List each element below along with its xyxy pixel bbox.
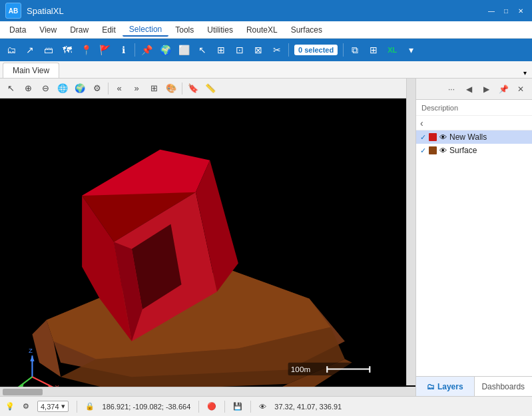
zoom-dropdown[interactable]: 4,374 ▾ <box>37 401 69 412</box>
coordinates-display: 186.921; -109.082; -38.664 <box>103 403 191 411</box>
panel-back-button[interactable]: ◀ <box>461 82 476 97</box>
eye-icon[interactable]: 👁 <box>259 403 266 411</box>
dashboards-tab-label: Dashboards <box>481 382 525 391</box>
toolbar-map2-button[interactable]: 📍 <box>77 41 95 59</box>
menu-utilities[interactable]: Utilities <box>200 24 240 36</box>
svg-text:100m: 100m <box>291 365 310 373</box>
menu-view[interactable]: View <box>33 24 63 36</box>
status-sep-2 <box>198 401 199 413</box>
layer-color-surface <box>429 146 437 154</box>
app-logo: AB <box>5 3 21 19</box>
vp-ruler[interactable]: 📏 <box>202 81 218 97</box>
toolbar-more-button[interactable]: ▾ <box>402 41 419 59</box>
right-panel: ··· ◀ ▶ 📌 ✕ Description ‹ ✓ 👁 New Walls … <box>415 79 532 396</box>
toolbar-polygon-button[interactable]: ⬜ <box>175 41 192 59</box>
save-icon[interactable]: 💾 <box>233 402 242 411</box>
panel-pin-button[interactable]: 📌 <box>496 82 511 97</box>
viewport-scrollbar-horizontal[interactable] <box>0 387 406 396</box>
panel-forward-button[interactable]: ▶ <box>479 82 493 97</box>
view-coords-display: 37.32, 41.07, 336.91 <box>274 403 342 411</box>
vp-zoom-fit[interactable]: ⊕ <box>20 81 36 97</box>
toolbar-table-button[interactable]: ⊞ <box>365 41 382 59</box>
menu-selection[interactable]: Selection <box>123 23 168 37</box>
viewport-scrollbar-vertical[interactable] <box>406 79 415 385</box>
scroll-corner <box>406 387 415 396</box>
main-toolbar: 🗂 ↗ 🗃 🗺 📍 🚩 ℹ 📌 🌍 ⬜ ↖ ⊞ ⊡ ⊠ ✂ 0 selected… <box>0 39 532 61</box>
close-button[interactable]: ✕ <box>515 5 527 17</box>
menu-draw[interactable]: Draw <box>63 24 95 36</box>
tab-layers[interactable]: 🗂 Layers <box>416 377 475 396</box>
status-sep-3 <box>224 401 225 413</box>
vp-select-tool[interactable]: ↖ <box>3 81 19 97</box>
toolbar-excel-button[interactable]: XL <box>384 41 401 59</box>
toolbar-select2-button[interactable]: ⊞ <box>212 41 230 59</box>
info-icon[interactable]: 💡 <box>5 402 15 411</box>
vp-globe-view[interactable]: 🌐 <box>55 81 71 97</box>
toolbar-map-button[interactable]: 🗺 <box>59 41 76 59</box>
panel-back-arrow[interactable]: ‹ <box>416 116 532 130</box>
panel-close-button[interactable]: ✕ <box>513 82 528 97</box>
main-content: ↖ ⊕ ⊖ 🌐 🌍 ⚙ « » ⊞ 🎨 🔖 📏 <box>0 79 532 396</box>
app-title: SpatialXL <box>27 6 485 16</box>
tab-main-view[interactable]: Main View <box>3 63 59 78</box>
zoom-dropdown-arrow: ▾ <box>61 402 65 411</box>
panel-menu-button[interactable]: ··· <box>444 82 459 97</box>
layer-color-new-walls <box>429 133 437 141</box>
layer-eye-new-walls[interactable]: 👁 <box>439 133 447 141</box>
statusbar: 💡 ⚙ 4,374 ▾ 🔒 186.921; -109.082; -38.664… <box>0 396 532 416</box>
eye-icon-item: 👁 <box>259 403 266 411</box>
toolbar-open-button[interactable]: ↗ <box>21 41 39 59</box>
vp-settings[interactable]: ⚙ <box>89 81 105 97</box>
settings-icon[interactable]: ⚙ <box>23 402 29 411</box>
vp-grid[interactable]: ⊞ <box>146 81 162 97</box>
layer-check-1[interactable]: ✓ <box>420 133 426 142</box>
toolbar-copy-button[interactable]: ⧉ <box>346 41 364 59</box>
maximize-button[interactable]: □ <box>500 5 512 17</box>
menu-edit[interactable]: Edit <box>95 24 123 36</box>
menu-routexl[interactable]: RouteXL <box>240 24 284 36</box>
save-icon-item: 💾 <box>233 402 242 411</box>
toolbar-globe-button[interactable]: 🌍 <box>156 41 174 59</box>
vp-eye-drop[interactable]: 🎨 <box>163 81 179 97</box>
vp-prev[interactable]: « <box>111 81 127 97</box>
layers-tab-label: Layers <box>437 382 463 391</box>
toolbar-layers-button[interactable]: 🗃 <box>40 41 57 59</box>
toolbar-sep-1 <box>134 43 135 57</box>
lock-icon: 🔒 <box>85 402 95 411</box>
toolbar-info-button[interactable]: ℹ <box>115 41 132 59</box>
toolbar-sep-2 <box>288 43 289 57</box>
right-panel-tabs: 🗂 Layers Dashboards <box>416 376 532 396</box>
flame-icon[interactable]: 🔴 <box>207 402 216 411</box>
layer-item-surface[interactable]: ✓ 👁 Surface <box>416 144 532 157</box>
scroll-thumb-horizontal[interactable] <box>3 389 43 395</box>
menu-tools[interactable]: Tools <box>168 24 200 36</box>
toolbar-flag-button[interactable]: 🚩 <box>96 41 113 59</box>
vp-globe2-view[interactable]: 🌍 <box>72 81 88 97</box>
tab-dashboards[interactable]: Dashboards <box>475 377 533 396</box>
toolbar-select-button[interactable]: ↖ <box>194 41 211 59</box>
vp-next[interactable]: » <box>129 81 144 97</box>
info-icon-item: 💡 <box>5 402 15 411</box>
vp-sep-2 <box>182 83 182 95</box>
layers-tab-icon: 🗂 <box>427 382 435 391</box>
3d-viewport[interactable]: ↖ ⊕ ⊖ 🌐 🌍 ⚙ « » ⊞ 🎨 🔖 📏 <box>0 79 415 396</box>
lock-icon-item: 🔒 <box>85 402 95 411</box>
layer-name-surface: Surface <box>449 146 477 155</box>
viewport-toolbar: ↖ ⊕ ⊖ 🌐 🌍 ⚙ « » ⊞ 🎨 🔖 📏 <box>0 79 406 99</box>
menubar: Data View Draw Edit Selection Tools Util… <box>0 21 532 39</box>
layer-item-new-walls[interactable]: ✓ 👁 New Walls <box>416 130 532 144</box>
minimize-button[interactable]: — <box>485 5 497 17</box>
toolbar-sep-3 <box>343 43 344 57</box>
vp-zoom-out[interactable]: ⊖ <box>37 81 53 97</box>
toolbar-select5-button[interactable]: ✂ <box>268 41 286 59</box>
menu-data[interactable]: Data <box>3 24 33 36</box>
toolbar-point-button[interactable]: 📌 <box>138 41 155 59</box>
toolbar-select4-button[interactable]: ⊠ <box>250 41 267 59</box>
toolbar-new-button[interactable]: 🗂 <box>3 41 20 59</box>
layer-check-2[interactable]: ✓ <box>420 146 426 155</box>
layer-eye-surface[interactable]: 👁 <box>439 146 447 154</box>
vp-bookmark[interactable]: 🔖 <box>185 81 201 97</box>
toolbar-select3-button[interactable]: ⊡ <box>231 41 248 59</box>
tab-dropdown[interactable]: ▾ <box>521 68 529 78</box>
menu-surfaces[interactable]: Surfaces <box>284 24 329 36</box>
